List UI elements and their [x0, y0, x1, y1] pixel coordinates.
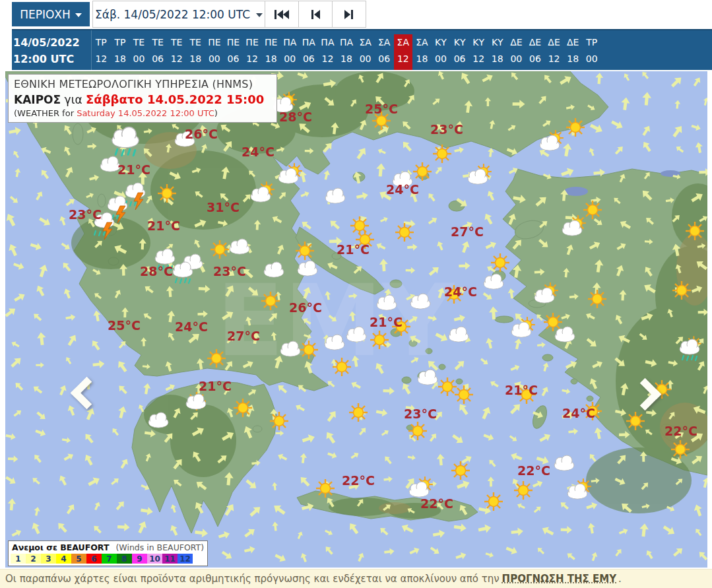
temperature-label: 26°C [185, 127, 218, 141]
beaufort-cell-6: 6 [86, 554, 102, 564]
timeline-band: 14/05/2022 12:00 UTC ΤΡ12ΤΡ18ΤΕ00ΤΕ06ΤΕ1… [12, 29, 712, 70]
next-timestep-button[interactable] [333, 1, 366, 28]
current-date: 14/05/2022 [13, 34, 91, 51]
sun-icon [455, 385, 473, 404]
timeline-day: ΔΕ [544, 34, 564, 51]
beaufort-cell-3: 3 [41, 554, 56, 564]
timeline-col-ΤΕ-12[interactable]: ΤΕ12 [167, 34, 186, 70]
sun-icon [484, 492, 503, 511]
timeline-col-ΤΡ-12[interactable]: ΤΡ12 [92, 34, 111, 70]
timeline-hour: 12 [243, 51, 262, 67]
timeline-col-ΚΥ-06[interactable]: ΚΥ06 [450, 34, 469, 70]
first-timestep-button[interactable] [265, 1, 299, 28]
sun-icon [413, 162, 432, 181]
sun-icon [438, 377, 457, 396]
map-next-arrow[interactable] [633, 383, 649, 399]
beaufort-cell-7: 7 [102, 554, 117, 564]
sun-icon [433, 145, 451, 163]
timeline-day: ΣΑ [394, 34, 413, 51]
timeline-hour: 06 [450, 51, 469, 67]
timeline-col-ΠΑ-12[interactable]: ΠΑ12 [318, 34, 337, 70]
step-forward-icon [342, 8, 356, 21]
timeline-col-ΤΡ-00[interactable]: ΤΡ00 [582, 34, 601, 70]
temperature-label: 22°C [342, 473, 375, 488]
timeline-col-ΚΥ-12[interactable]: ΚΥ12 [469, 34, 488, 70]
temperature-label: 23°C [213, 264, 246, 278]
skip-to-first-icon [273, 8, 290, 21]
sun-icon [296, 242, 314, 260]
sun-icon [350, 216, 369, 235]
beaufort-cell-5: 5 [71, 554, 86, 564]
map-previous-arrow[interactable] [75, 381, 91, 397]
timeline-col-ΠΕ-00[interactable]: ΠΕ00 [205, 34, 224, 70]
timeline-hour: 00 [432, 51, 451, 67]
timeline-col-ΠΕ-06[interactable]: ΠΕ06 [224, 34, 243, 70]
temperature-label: 23°C [404, 407, 437, 421]
datetime-dropdown-label: Σάβ. 14/05/2022 12:00 UTC [95, 8, 250, 21]
disclaimer-text: Οι παραπάνω χάρτες είναι προϊόντα αριθμη… [5, 573, 500, 585]
toolbar: ΠΕΡΙΟΧΗ Σάβ. 14/05/2022 12:00 UTC [0, 0, 712, 29]
forecast-datetime-utc: (WEATHER for Saturday 14.05.2022 12:00 U… [14, 108, 271, 118]
timeline-hour: 06 [375, 51, 394, 67]
timeline-hour: 18 [261, 51, 280, 67]
timeline-col-ΚΥ-18[interactable]: ΚΥ18 [488, 34, 507, 70]
emy-forecast-link[interactable]: ΠΡΟΓΝΩΣΗ ΤΗΣ ΕΜΥ [502, 573, 616, 585]
timeline-day: ΚΥ [432, 34, 451, 51]
timeline-day: ΔΕ [564, 34, 583, 51]
timeline-hour: 12 [92, 51, 111, 67]
previous-timestep-button[interactable] [299, 1, 333, 28]
sun-icon [207, 349, 226, 368]
timeline-col-ΠΑ-06[interactable]: ΠΑ06 [300, 34, 319, 70]
timeline-col-ΤΕ-18[interactable]: ΤΕ18 [186, 34, 205, 70]
timeline-col-ΠΑ-18[interactable]: ΠΑ18 [337, 34, 356, 70]
timeline-col-ΔΕ-00[interactable]: ΔΕ00 [507, 34, 526, 70]
timeline-col-ΚΥ-00[interactable]: ΚΥ00 [432, 34, 451, 70]
region-dropdown-button[interactable]: ΠΕΡΙΟΧΗ [12, 2, 90, 26]
timeline-col-ΔΕ-18[interactable]: ΔΕ18 [564, 34, 583, 70]
timeline-day: ΤΕ [129, 34, 148, 51]
timeline-hour: 06 [300, 51, 319, 67]
forecast-datetime-local: ΚΑΙΡΟΣ για Σάββατο 14.05.2022 15:00 [14, 92, 271, 106]
sun-icon [686, 222, 704, 240]
beaufort-scale: 123456789101112 [11, 554, 205, 564]
map-canvas: ΕΜΥ26°C28°C25°C23°C24°C21°C24°C31°C23°C2… [5, 71, 707, 568]
temperature-label: 27°C [227, 329, 260, 343]
beaufort-cell-10: 10 [147, 554, 162, 564]
datetime-dropdown-button[interactable]: Σάβ. 14/05/2022 12:00 UTC [92, 1, 265, 28]
temperature-label: 24°C [242, 145, 275, 159]
timeline-day: ΤΡ [111, 34, 130, 51]
timeline-col-ΤΕ-00[interactable]: ΤΕ00 [129, 34, 148, 70]
timeline-col-ΠΕ-12[interactable]: ΠΕ12 [243, 34, 262, 70]
timeline-day: ΣΑ [356, 34, 375, 51]
sun-icon [566, 118, 585, 137]
timeline-hour: 18 [186, 51, 205, 67]
temperature-label: 22°C [517, 463, 550, 478]
timeline-col-ΠΕ-18[interactable]: ΠΕ18 [261, 34, 280, 70]
timeline-hour: 12 [167, 51, 186, 67]
timeline-col-ΤΕ-06[interactable]: ΤΕ06 [148, 34, 168, 70]
timeline-hour: 00 [280, 51, 300, 67]
timeline-hour: 00 [582, 51, 601, 67]
temperature-label: 24°C [562, 406, 595, 420]
sun-icon [514, 481, 533, 500]
step-back-icon [309, 8, 322, 21]
weather-map: ΕΜΥ26°C28°C25°C23°C24°C21°C24°C31°C23°C2… [5, 71, 707, 568]
timeline-col-ΣΑ-06[interactable]: ΣΑ06 [375, 34, 394, 70]
timeline-col-ΤΡ-18[interactable]: ΤΡ18 [111, 34, 130, 70]
sun-icon [370, 331, 389, 349]
timeline-col-ΣΑ-12[interactable]: ΣΑ12 [394, 34, 413, 70]
timeline-day: ΠΑ [300, 34, 319, 51]
timeline-col-ΠΑ-00[interactable]: ΠΑ00 [280, 34, 300, 70]
beaufort-cell-2: 2 [26, 554, 41, 564]
timeline-hour: 12 [544, 51, 564, 67]
timeline-hour: 12 [394, 51, 413, 67]
timeline-col-ΔΕ-12[interactable]: ΔΕ12 [544, 34, 564, 70]
timeline-columns: ΤΡ12ΤΡ18ΤΕ00ΤΕ06ΤΕ12ΤΕ18ΠΕ00ΠΕ06ΠΕ12ΠΕ18… [92, 30, 601, 70]
sun-icon [300, 341, 318, 359]
timeline-col-ΣΑ-00[interactable]: ΣΑ00 [356, 34, 375, 70]
timeline-hour: 06 [224, 51, 243, 67]
beaufort-cell-8: 8 [117, 554, 132, 564]
timeline-col-ΣΑ-18[interactable]: ΣΑ18 [412, 34, 432, 70]
timeline-col-ΔΕ-06[interactable]: ΔΕ06 [526, 34, 545, 70]
timeline-hour: 18 [488, 51, 507, 67]
